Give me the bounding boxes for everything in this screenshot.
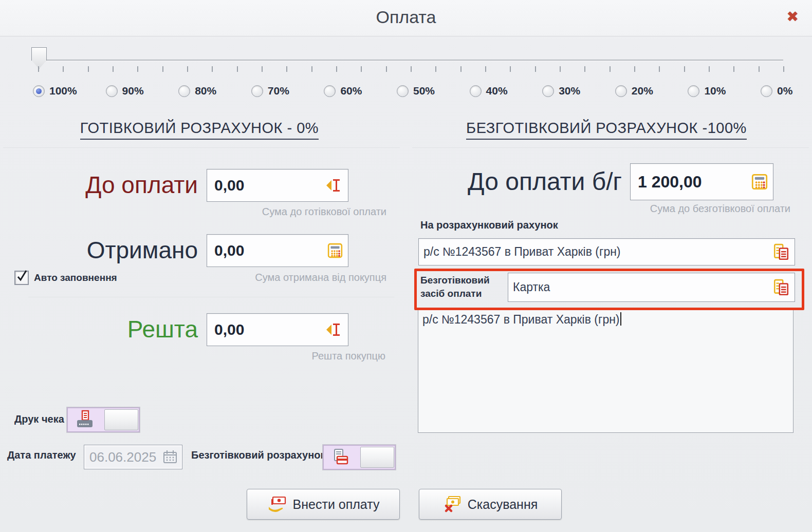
percent-radio-label: 80%: [195, 85, 216, 97]
calculator-icon[interactable]: [327, 243, 343, 258]
percent-radio-row: 100%90%80%70%60%50%40%30%20%10%0%: [0, 85, 812, 103]
divider: [3, 147, 400, 148]
percent-slider-track[interactable]: [39, 60, 783, 61]
divider: [28, 297, 394, 297]
spin-caret-icon[interactable]: [325, 322, 343, 337]
percent-slider-thumb[interactable]: [31, 47, 47, 69]
credit-card-icon: [324, 448, 358, 467]
to-pay-cashless-hint: Сума до безготівкової оплати: [591, 203, 790, 215]
radio-icon[interactable]: [470, 85, 482, 97]
slider-tick-marks: [38, 66, 784, 72]
payment-notes-textarea[interactable]: р/с №1243567 в Приват Харків (грн): [418, 309, 793, 433]
change-hint: Решта покупцю: [206, 350, 385, 362]
to-pay-value: 0,00: [207, 177, 325, 194]
radio-icon[interactable]: [251, 85, 263, 97]
cancel-button[interactable]: Скасування: [419, 489, 562, 520]
percent-radio-label: 0%: [777, 85, 792, 97]
percent-radio-70[interactable]: 70%: [251, 85, 289, 97]
change-input[interactable]: 0,00: [207, 313, 348, 346]
calculator-icon[interactable]: [751, 174, 768, 190]
received-input[interactable]: 0,00: [207, 234, 348, 267]
received-label: Отримано: [26, 234, 198, 266]
payment-method-value: Картка: [508, 280, 773, 294]
payment-method-label: Безготівковий засіб оплати: [420, 274, 490, 300]
printer-icon: [68, 410, 102, 430]
account-label: На розрахунковий рахунок: [420, 219, 558, 231]
radio-selected-icon[interactable]: [33, 85, 45, 97]
to-pay-hint: Сума до готівкової оплати: [206, 206, 386, 218]
autofill-label: Авто заповнення: [34, 272, 117, 283]
percent-radio-label: 70%: [268, 85, 289, 97]
percent-radio-100[interactable]: 100%: [33, 85, 77, 97]
payment-method-input[interactable]: Картка: [508, 273, 795, 302]
account-input[interactable]: р/с №1243567 в Приват Харків (грн): [418, 238, 795, 265]
percent-radio-label: 50%: [413, 85, 435, 97]
percent-radio-90[interactable]: 90%: [106, 85, 144, 97]
copy-list-icon[interactable]: [773, 279, 789, 296]
text-cursor: [620, 312, 621, 326]
percent-radio-50[interactable]: 50%: [397, 85, 435, 97]
percent-radio-label: 60%: [340, 85, 362, 97]
received-hint: Сума отримана від покупця: [206, 272, 386, 283]
percent-radio-label: 40%: [486, 85, 508, 97]
notes-text: р/с №1243567 в Приват Харків (грн): [422, 313, 620, 326]
payment-dialog: Оплата ✖ 100%90%80%70%60%50%40%30%20%10%…: [0, 0, 812, 532]
toggle-knob[interactable]: [104, 409, 138, 430]
submit-payment-label: Внести оплату: [293, 497, 380, 512]
submit-payment-button[interactable]: Внести оплату: [247, 489, 400, 520]
percent-radio-10[interactable]: 10%: [688, 85, 726, 97]
radio-icon[interactable]: [688, 85, 699, 97]
percent-radio-label: 10%: [704, 85, 726, 97]
radio-icon[interactable]: [324, 85, 336, 97]
autofill-checkbox-row[interactable]: Авто заповнення: [14, 271, 117, 285]
percent-radio-label: 20%: [632, 85, 653, 97]
pay-in-hand-icon: [267, 496, 287, 513]
payment-date-input[interactable]: 06.06.2025: [84, 445, 182, 469]
percent-radio-30[interactable]: 30%: [542, 85, 580, 97]
to-pay-label: До оплати: [26, 169, 198, 201]
radio-icon[interactable]: [106, 85, 118, 97]
cancel-money-icon: [443, 496, 462, 513]
percent-radio-20[interactable]: 20%: [615, 85, 653, 97]
checkbox-checked-icon[interactable]: [14, 271, 29, 285]
radio-icon[interactable]: [397, 85, 409, 97]
cashless-payment-toggle[interactable]: [323, 445, 396, 470]
toggle-knob[interactable]: [360, 447, 394, 468]
radio-icon[interactable]: [178, 85, 190, 97]
percent-radio-0[interactable]: 0%: [761, 85, 792, 97]
spin-caret-icon[interactable]: [325, 178, 343, 193]
percent-radio-80[interactable]: 80%: [178, 85, 216, 97]
payment-date-value: 06.06.2025: [84, 449, 162, 465]
payment-date-label: Дата платежу: [7, 449, 76, 461]
percent-radio-40[interactable]: 40%: [470, 85, 508, 97]
to-pay-cashless-value: 1 200,00: [631, 173, 751, 192]
percent-radio-label: 90%: [122, 85, 144, 97]
radio-icon[interactable]: [542, 85, 554, 97]
divider: [412, 147, 809, 148]
cash-section-header: ГОТІВКОВИЙ РОЗРАХУНОК - 0%: [0, 120, 399, 140]
title-bar: Оплата ✖: [0, 0, 812, 36]
print-receipt-toggle[interactable]: [67, 407, 140, 432]
cashless-toggle-label: Безготівковий розрахунок: [191, 449, 326, 461]
print-receipt-label: Друк чека: [14, 413, 64, 425]
cancel-label: Скасування: [468, 497, 538, 512]
to-pay-cashless-input[interactable]: 1 200,00: [630, 163, 773, 200]
change-label: Решта: [26, 313, 198, 345]
percent-radio-label: 100%: [49, 85, 77, 97]
dialog-title: Оплата: [0, 7, 812, 27]
calendar-icon[interactable]: [162, 449, 178, 465]
close-icon[interactable]: ✖: [787, 8, 799, 25]
radio-icon[interactable]: [761, 85, 772, 97]
account-value: р/с №1243567 в Приват Харків (грн): [419, 245, 773, 259]
percent-radio-60[interactable]: 60%: [324, 85, 362, 97]
percent-radio-label: 30%: [559, 85, 580, 97]
copy-list-icon[interactable]: [773, 243, 789, 261]
radio-icon[interactable]: [615, 85, 627, 97]
received-value: 0,00: [207, 242, 327, 259]
to-pay-cashless-label: До оплати б/г: [419, 163, 622, 199]
change-value: 0,00: [207, 321, 325, 338]
to-pay-input[interactable]: 0,00: [207, 169, 348, 202]
cashless-section-header: БЕЗГОТІВКОВИЙ РОЗРАХУНОК -100%: [411, 120, 802, 140]
